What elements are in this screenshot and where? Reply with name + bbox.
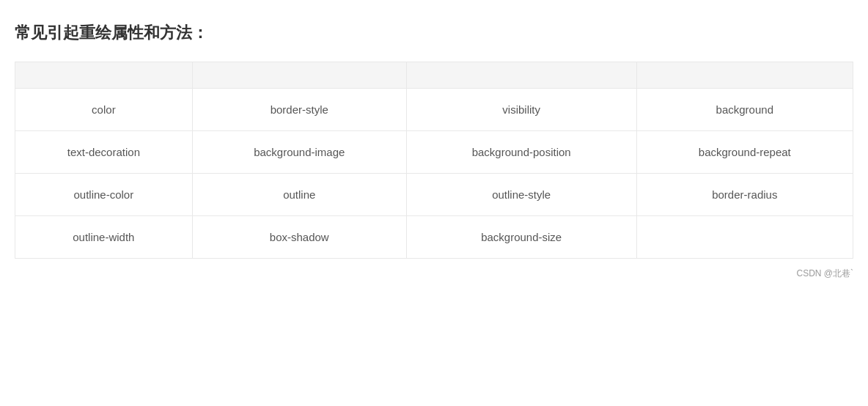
properties-table: colorborder-stylevisibilitybackgroundtex…	[15, 62, 853, 259]
page-title: 常见引起重绘属性和方法：	[15, 22, 853, 44]
header-col-3	[406, 62, 636, 89]
table-cell-r1-c0: text-decoration	[15, 131, 193, 174]
table-cell-r2-c2: outline-style	[406, 174, 636, 216]
header-col-4	[636, 62, 853, 89]
table-row: text-decorationbackground-imagebackgroun…	[15, 131, 853, 174]
table-cell-r2-c1: outline	[192, 174, 406, 216]
table-cell-r0-c2: visibility	[406, 89, 636, 131]
table-cell-r0-c1: border-style	[192, 89, 406, 131]
table-row: colorborder-stylevisibilitybackground	[15, 89, 853, 131]
table-cell-r2-c3: border-radius	[636, 174, 853, 216]
table-row: outline-coloroutlineoutline-styleborder-…	[15, 174, 853, 216]
table-row: outline-widthbox-shadowbackground-size	[15, 216, 853, 259]
table-cell-r3-c1: box-shadow	[192, 216, 406, 259]
footer-text: CSDN @北巷`	[15, 267, 853, 280]
table-header-row	[15, 62, 853, 89]
table-cell-r3-c2: background-size	[406, 216, 636, 259]
table-cell-r0-c3: background	[636, 89, 853, 131]
table-cell-r1-c3: background-repeat	[636, 131, 853, 174]
header-col-2	[192, 62, 406, 89]
table-cell-r1-c2: background-position	[406, 131, 636, 174]
table-cell-r0-c0: color	[15, 89, 193, 131]
header-col-1	[15, 62, 193, 89]
table-cell-r1-c1: background-image	[192, 131, 406, 174]
table-cell-r2-c0: outline-color	[15, 174, 193, 216]
table-cell-r3-c3	[636, 216, 853, 259]
table-cell-r3-c0: outline-width	[15, 216, 193, 259]
